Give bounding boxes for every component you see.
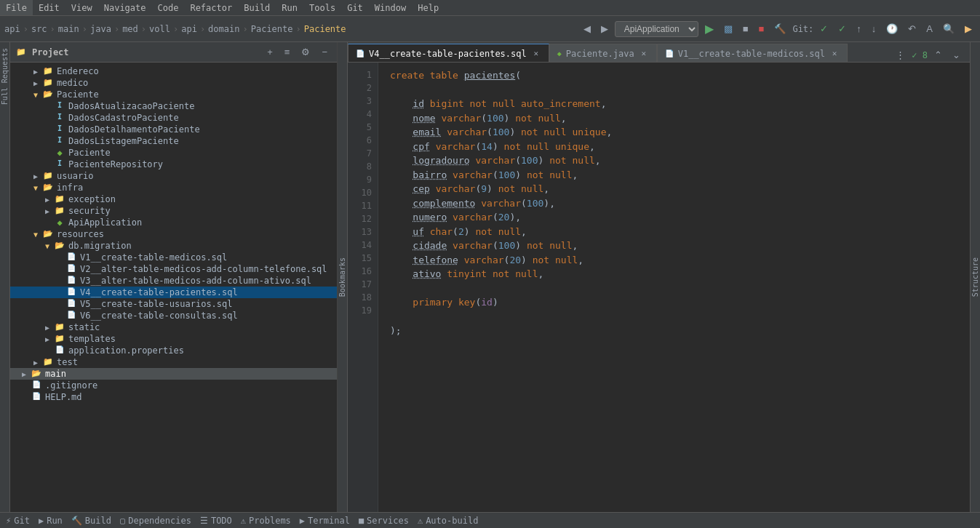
menu-run[interactable]: Run	[276, 0, 303, 15]
tree-item-gitignore[interactable]: ▶ 📄 .gitignore	[10, 380, 337, 391]
project-add-btn[interactable]: +	[263, 45, 276, 59]
tree-item-paciente-repo[interactable]: ▶ I PacienteRepository	[10, 159, 337, 170]
toolbar-forward-btn[interactable]: ▶	[597, 22, 612, 36]
breadcrumb-java[interactable]: java	[90, 24, 111, 34]
coverage-btn[interactable]: ■	[739, 22, 752, 36]
menu-build[interactable]: Build	[238, 0, 276, 15]
breadcrumb-api2[interactable]: api	[181, 24, 197, 34]
menu-code[interactable]: Code	[152, 0, 185, 15]
tree-item-v2sql[interactable]: ▶ 📄 V2__alter-table-medicos-add-column-t…	[10, 263, 337, 275]
full-requests-label[interactable]: Full Requests	[0, 42, 9, 111]
tree-item-static[interactable]: ▶ 📁 static	[10, 321, 337, 333]
menu-file[interactable]: File	[0, 0, 33, 15]
tree-item-help-md[interactable]: ▶ 📄 HELP.md	[10, 391, 337, 403]
tree-item-v4sql[interactable]: ▶ 📄 V4__create-table-pacientes.sql	[10, 287, 337, 298]
tree-item-dados-listagem[interactable]: ▶ I DadosListagemPaciente	[10, 135, 337, 147]
menu-help[interactable]: Help	[412, 0, 445, 15]
debug-btn[interactable]: ▩	[720, 22, 736, 36]
tree-item-resources[interactable]: ▼ 📂 resources	[10, 228, 337, 240]
git-pull-btn[interactable]: ↓	[868, 22, 880, 36]
git-icon: ⚡	[6, 516, 11, 526]
menu-window[interactable]: Window	[369, 0, 412, 15]
bottom-dependencies[interactable]: ▢ Dependencies	[120, 516, 191, 526]
git-push-btn[interactable]: ↑	[853, 22, 865, 36]
tree-item-paciente-class[interactable]: ▶ ◆ Paciente	[10, 147, 337, 159]
project-gear-btn[interactable]: ⚙	[298, 45, 314, 59]
tree-item-infra[interactable]: ▼ 📂 infra	[10, 182, 337, 193]
bottom-problems[interactable]: ⚠ Problems	[241, 516, 291, 526]
app-selector[interactable]: ApiApplication	[615, 21, 698, 37]
tree-item-dados-detalhamento[interactable]: ▶ I DadosDetalhamentoPaciente	[10, 124, 337, 135]
tree-item-security[interactable]: ▶ 📁 security	[10, 205, 337, 217]
bottom-run[interactable]: ▶ Run	[39, 516, 63, 526]
code-line-19: );	[390, 324, 958, 338]
bottom-todo[interactable]: ☰ TODO	[200, 516, 232, 526]
breadcrumb: api › src › main › java › med › voll › a…	[4, 24, 346, 34]
tree-item-v6sql[interactable]: ▶ 📄 V6__create-table-consultas.sql	[10, 310, 337, 321]
tree-item-db-migration[interactable]: ▼ 📂 db.migration	[10, 240, 337, 252]
tree-item-exception[interactable]: ▶ 📁 exception	[10, 193, 337, 205]
search-btn[interactable]: 🔍	[939, 22, 958, 36]
bottom-build[interactable]: 🔨 Build	[71, 516, 111, 526]
breadcrumb-med[interactable]: med	[122, 24, 138, 34]
tab-v4sql-close[interactable]: ✕	[531, 49, 541, 59]
tab-v4sql[interactable]: 📄 V4__create-table-pacientes.sql ✕	[348, 44, 549, 63]
code-content[interactable]: create table pacientes( id bigint not nu…	[378, 63, 970, 512]
menu-tools[interactable]: Tools	[303, 0, 341, 15]
menu-edit[interactable]: Edit	[33, 0, 65, 15]
breadcrumb-paciente-folder[interactable]: Paciente	[251, 24, 293, 34]
tree-item-medico[interactable]: ▶ 📁 medico	[10, 77, 337, 89]
bottom-auto-build[interactable]: ⚠ Auto-build	[418, 516, 478, 526]
user-btn[interactable]: ▶	[961, 22, 976, 36]
menu-refactor[interactable]: Refactor	[184, 0, 238, 15]
bottom-terminal[interactable]: ▶ Terminal	[300, 516, 350, 526]
tab-settings-btn[interactable]: ⋮	[892, 48, 909, 62]
bookmarks-label[interactable]: Bookmarks	[338, 252, 347, 303]
build-btn[interactable]: 🔨	[770, 22, 789, 36]
breadcrumb-api[interactable]: api	[4, 24, 20, 34]
bottom-services[interactable]: ■ Services	[359, 516, 409, 526]
tab-paciente-java[interactable]: ◆ Paciente.java ✕	[549, 44, 657, 63]
tab-paciente-close[interactable]: ✕	[639, 49, 649, 59]
git-history-btn[interactable]: 🕐	[883, 22, 901, 36]
bottom-git[interactable]: ⚡ Git	[6, 516, 30, 526]
menu-git[interactable]: Git	[341, 0, 369, 15]
git-checkmark-btn[interactable]: ✓	[816, 22, 832, 36]
tree-item-app-props[interactable]: ▶ 📄 application.properties	[10, 345, 337, 356]
code-line-18	[390, 310, 958, 324]
structure-label[interactable]: Structure	[971, 252, 980, 303]
stop-btn[interactable]: ■	[755, 22, 768, 36]
run-btn[interactable]: ▶	[701, 20, 717, 37]
tree-item-templates[interactable]: ▶ 📁 templates	[10, 333, 337, 345]
tab-v1sql[interactable]: 📄 V1__create-table-medicos.sql ✕	[657, 44, 848, 63]
tree-item-test[interactable]: ▶ 📁 test	[10, 356, 337, 368]
breadcrumb-main[interactable]: main	[58, 24, 79, 34]
tab-collapse-btn[interactable]: ⌃	[931, 48, 946, 62]
translate-btn[interactable]: A	[923, 22, 936, 36]
tree-item-api-application[interactable]: ▶ ◆ ApiApplication	[10, 217, 337, 228]
breadcrumb-src[interactable]: src	[31, 24, 47, 34]
tree-item-paciente-folder[interactable]: ▼ 📂 Paciente	[10, 89, 337, 100]
tree-item-v3sql[interactable]: ▶ 📄 V3__alter-table-medicos-add-column-a…	[10, 275, 337, 287]
breadcrumb-domain[interactable]: domain	[208, 24, 239, 34]
git-undo-btn[interactable]: ↶	[904, 22, 920, 36]
tree-item-v1sql[interactable]: ▶ 📄 V1__create-table-medicos.sql	[10, 252, 337, 263]
tab-expand-btn[interactable]: ⌄	[949, 48, 964, 62]
tab-v4sql-label: V4__create-table-pacientes.sql	[369, 49, 527, 59]
menu-view[interactable]: View	[65, 0, 98, 15]
tree-item-main-root[interactable]: ▶ 📂 main	[10, 368, 337, 380]
project-close-btn[interactable]: −	[318, 45, 331, 59]
tree-item-v5sql[interactable]: ▶ 📄 V5__create-table-usuarios.sql	[10, 298, 337, 310]
toolbar-back-btn[interactable]: ◀	[580, 22, 594, 36]
project-collapse-btn[interactable]: ≡	[281, 45, 294, 59]
git-check2-btn[interactable]: ✓	[834, 22, 850, 36]
code-line-6: cpf varchar(14) not null unique,	[390, 140, 958, 154]
breadcrumb-paciente-file[interactable]: Paciente	[304, 24, 346, 34]
breadcrumb-voll[interactable]: voll	[149, 24, 170, 34]
tab-v1sql-close[interactable]: ✕	[829, 49, 840, 59]
tree-item-dados-cadastro[interactable]: ▶ I DadosCadastroPaciente	[10, 112, 337, 124]
tree-item-usuario[interactable]: ▶ 📁 usuario	[10, 170, 337, 182]
menu-navigate[interactable]: Navigate	[98, 0, 152, 15]
tree-item-endereco[interactable]: ▶ 📁 Endereco	[10, 65, 337, 77]
tree-item-dados-atualizacao[interactable]: ▶ I DadosAtualizacaoPaciente	[10, 100, 337, 112]
